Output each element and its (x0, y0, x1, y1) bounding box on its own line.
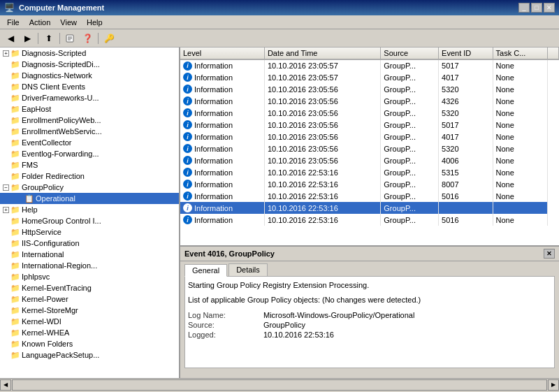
table-row[interactable]: iInformation10.10.2016 23:05:57GroupP...… (180, 59, 559, 71)
level-text: Information (194, 61, 233, 70)
table-row[interactable]: iInformation10.10.2016 22:53:16GroupP... (180, 202, 559, 214)
cell-source: GroupP... (381, 214, 439, 226)
help-button[interactable]: ❓ (80, 31, 95, 45)
tree-item-iphlpsvc[interactable]: 📁Iphlpsvc (0, 271, 179, 282)
col-datetime[interactable]: Date and Time (264, 48, 380, 59)
horizontal-scrollbar-track[interactable] (12, 379, 547, 391)
menu-view[interactable]: View (56, 17, 81, 27)
tree-label-httpservice: HttpService (22, 228, 61, 236)
detail-fields: Log Name:Microsoft-Windows-GroupPolicy/O… (188, 311, 551, 339)
back-button[interactable]: ◀ (3, 31, 18, 45)
close-button[interactable]: ✕ (544, 3, 555, 13)
menu-action[interactable]: Action (25, 17, 55, 27)
detail-content: Starting Group Policy Registry Extension… (184, 276, 555, 368)
tree-item-iis-configuration[interactable]: 📁IIS-Configuration (0, 238, 179, 249)
table-row[interactable]: iInformation10.10.2016 23:05:57GroupP...… (180, 71, 559, 83)
tree-item-kernel-storemgr[interactable]: 📁Kernel-StoreMgr (0, 305, 179, 316)
detail-close-button[interactable]: ✕ (544, 249, 555, 259)
tree-item-folder-redirection[interactable]: 📁Folder Redirection (0, 170, 179, 182)
tree-item-languagepacksetup[interactable]: 📁LanguagePackSetup... (0, 349, 179, 361)
cell-datetime: 10.10.2016 23:05:56 (264, 83, 380, 95)
tree-item-homegroup[interactable]: 📁HomeGroup Control I... (0, 215, 179, 226)
table-row[interactable]: iInformation10.10.2016 23:05:56GroupP...… (180, 107, 559, 119)
tree-item-diagnosis-scripteddi[interactable]: 📁Diagnosis-ScriptedDi... (0, 59, 179, 70)
tree-item-kernel-power[interactable]: 📁Kernel-Power (0, 293, 179, 305)
tree-expander-grouppolicy[interactable]: − (3, 184, 9, 191)
tab-general[interactable]: General (184, 264, 227, 277)
cell-eventid: 5315 (439, 166, 493, 178)
cell-level: iInformation (180, 119, 264, 131)
tree-item-kernel-eventtracing[interactable]: 📁Kernel-EventTracing (0, 282, 179, 293)
col-level[interactable]: Level (180, 48, 264, 59)
tree-label-help: Help (22, 205, 38, 214)
tree-item-international-region[interactable]: 📁International-Region... (0, 260, 179, 271)
table-row[interactable]: iInformation10.10.2016 22:53:16GroupP...… (180, 166, 559, 178)
tree-item-httpservice[interactable]: 📁HttpService (0, 226, 179, 238)
maximize-button[interactable]: □ (531, 3, 542, 13)
forward-button[interactable]: ▶ (20, 31, 35, 45)
scroll-left-button[interactable]: ◀ (0, 379, 11, 391)
toolbar-separator-2 (59, 33, 60, 44)
menu-file[interactable]: File (3, 17, 24, 27)
tree-item-enrollmentpolicyweb[interactable]: 📁EnrollmentPolicyWeb... (0, 115, 179, 126)
folder-icon-driver-frameworks: 📁 (10, 94, 20, 103)
properties-button[interactable] (63, 31, 78, 45)
cell-level: iInformation (180, 59, 264, 71)
tree-item-dns-client-events[interactable]: 📁DNS Client Events (0, 81, 179, 92)
folder-icon-homegroup: 📁 (10, 217, 20, 226)
up-button[interactable]: ⬆ (41, 31, 57, 45)
col-source[interactable]: Source (381, 48, 439, 59)
properties-icon (66, 34, 75, 43)
cell-level: iInformation (180, 107, 264, 119)
cell-datetime: 10.10.2016 23:05:56 (264, 119, 380, 131)
level-text: Information (194, 73, 233, 82)
scroll-right-button[interactable]: ▶ (548, 379, 559, 391)
table-row[interactable]: iInformation10.10.2016 23:05:56GroupP...… (180, 83, 559, 95)
tree-item-diagnostics-network[interactable]: 📁Diagnostics-Network (0, 70, 179, 81)
table-row[interactable]: iInformation10.10.2016 22:53:16GroupP...… (180, 178, 559, 190)
tab-details[interactable]: Details (228, 263, 268, 276)
tree-item-eventcollector[interactable]: 📁EventCollector (0, 137, 179, 148)
cell-task: None (493, 59, 547, 71)
tree-item-eventlog-forwarding[interactable]: 📁Eventlog-Forwarding... (0, 148, 179, 159)
tree-item-international[interactable]: 📁International (0, 249, 179, 260)
minimize-button[interactable]: _ (518, 3, 530, 13)
table-row[interactable]: iInformation10.10.2016 23:05:56GroupP...… (180, 143, 559, 154)
cell-datetime: 10.10.2016 22:53:16 (264, 166, 380, 178)
table-row[interactable]: iInformation10.10.2016 23:05:56GroupP...… (180, 131, 559, 143)
tree-item-grouppolicy[interactable]: −📁GroupPolicy (0, 182, 179, 193)
tree-expander-diagnosis-scripted[interactable]: + (3, 50, 9, 57)
table-row[interactable]: iInformation10.10.2016 23:05:56GroupP...… (180, 119, 559, 131)
table-row[interactable]: iInformation10.10.2016 23:05:56GroupP...… (180, 154, 559, 166)
tree-item-help[interactable]: +📁Help (0, 204, 179, 215)
tree-item-eaphost[interactable]: 📁EapHost (0, 103, 179, 115)
info-icon: i (183, 132, 192, 141)
col-task[interactable]: Task C... (493, 48, 547, 59)
event-table-container[interactable]: Level Date and Time Source Event ID Task… (180, 48, 559, 245)
level-text: Information (194, 133, 233, 141)
tree-item-enrollmentwebservice[interactable]: 📁EnrollmentWebServic... (0, 126, 179, 137)
folder-icon-folder-redirection: 📁 (10, 172, 20, 181)
folder-icon-kernel-power: 📁 (10, 295, 20, 304)
table-header-row: Level Date and Time Source Event ID Task… (180, 48, 559, 59)
tree-item-diagnosis-scripted[interactable]: +📁Diagnosis-Scripted (0, 48, 179, 59)
cell-level: iInformation (180, 190, 264, 202)
title-bar-text: Computer Management (19, 3, 514, 12)
table-row[interactable]: iInformation10.10.2016 22:53:16GroupP...… (180, 214, 559, 226)
col-eventid[interactable]: Event ID (439, 48, 493, 59)
tree-expander-help[interactable]: + (3, 207, 9, 213)
tree-item-fms[interactable]: 📁FMS (0, 159, 179, 170)
tree-item-kernel-whea[interactable]: 📁Kernel-WHEA (0, 327, 179, 338)
menu-help[interactable]: Help (82, 17, 107, 27)
table-row[interactable]: iInformation10.10.2016 23:05:56GroupP...… (180, 95, 559, 107)
tree-item-grouppolicy-operational[interactable]: 📋Operational (0, 193, 179, 204)
tree-item-driver-frameworks[interactable]: 📁DriverFrameworks-U... (0, 92, 179, 103)
cell-datetime: 10.10.2016 22:53:16 (264, 214, 380, 226)
export-button[interactable]: 🔑 (101, 31, 117, 45)
folder-icon-fms: 📁 (10, 161, 20, 170)
tree-item-known-folders[interactable]: 📁Known Folders (0, 338, 179, 349)
event-table: Level Date and Time Source Event ID Task… (180, 48, 559, 226)
cell-eventid: 5320 (439, 143, 493, 154)
table-row[interactable]: iInformation10.10.2016 22:53:16GroupP...… (180, 190, 559, 202)
tree-item-kernel-wdi[interactable]: 📁Kernel-WDI (0, 316, 179, 327)
